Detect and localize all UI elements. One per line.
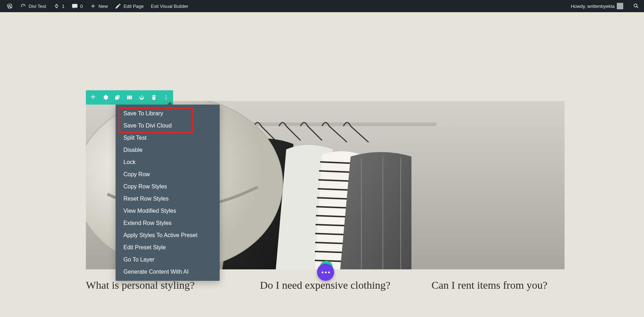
dashboard-icon	[20, 3, 26, 9]
new-label: New	[98, 4, 108, 9]
divi-fab-stack	[317, 263, 334, 280]
site-title-text: Divi Test	[29, 4, 46, 9]
dropdown-item-copy-row-styles[interactable]: Copy Row Styles	[116, 181, 220, 193]
dropdown-item-generate-ai[interactable]: Generate Content With AI	[116, 266, 220, 278]
dropdown-item-disable[interactable]: Disable	[116, 144, 220, 156]
dropdown-item-extend-row-styles[interactable]: Extend Row Styles	[116, 217, 220, 229]
dropdown-item-apply-styles-preset[interactable]: Apply Styles To Active Preset	[116, 229, 220, 241]
site-name-menu[interactable]: Divi Test	[16, 0, 50, 12]
edit-page-menu[interactable]: Edit Page	[111, 0, 147, 12]
comments-menu[interactable]: 0	[68, 0, 86, 12]
column-heading-1: What is personal styling?	[86, 279, 236, 291]
dropdown-item-reset-row-styles[interactable]: Reset Row Styles	[116, 193, 220, 205]
more-vert-icon	[163, 94, 169, 101]
toolbar-columns[interactable]	[125, 92, 135, 102]
admin-bar-right: Howdy, writtenbyekta	[567, 0, 641, 12]
avatar	[617, 3, 623, 9]
plus-icon	[90, 3, 96, 9]
comment-icon	[72, 3, 78, 9]
updates-menu[interactable]: 1	[50, 0, 68, 12]
wp-logo-menu[interactable]	[3, 0, 16, 12]
dropdown-item-lock[interactable]: Lock	[116, 156, 220, 168]
three-columns: What is personal styling? Do I need expe…	[86, 279, 565, 291]
row-more-dropdown: Save To Library Save To Divi Cloud Split…	[116, 105, 220, 281]
toolbar-more[interactable]	[161, 92, 171, 102]
dot-icon	[328, 272, 330, 273]
power-icon	[138, 94, 145, 101]
columns-icon	[126, 94, 133, 101]
dropdown-item-copy-row[interactable]: Copy Row	[116, 168, 220, 181]
exit-vb-label: Exit Visual Builder	[151, 4, 189, 9]
dropdown-item-split-test[interactable]: Split Test	[116, 132, 220, 144]
pencil-icon	[115, 3, 121, 9]
admin-bar-left: Divi Test 1 0 New Edit Page Exit Visual …	[3, 0, 192, 12]
dot-icon	[325, 272, 327, 273]
comments-count: 0	[80, 4, 83, 9]
dropdown-item-go-to-layer[interactable]: Go To Layer	[116, 254, 220, 266]
dropdown-item-view-modified-styles[interactable]: View Modified Styles	[116, 205, 220, 217]
exit-visual-builder[interactable]: Exit Visual Builder	[147, 0, 192, 12]
updates-count: 1	[62, 4, 64, 9]
row-toolbar	[86, 90, 173, 105]
column-heading-3: Can I rent items from you?	[414, 279, 565, 291]
dropdown-item-edit-preset-style[interactable]: Edit Preset Style	[116, 241, 220, 254]
wp-admin-bar: Divi Test 1 0 New Edit Page Exit Visual …	[0, 0, 644, 12]
move-icon	[90, 94, 96, 101]
svg-point-19	[166, 99, 167, 100]
admin-search[interactable]	[631, 0, 641, 12]
gear-icon	[102, 94, 108, 101]
svg-point-17	[166, 95, 167, 96]
column-heading-2: Do I need expensive clothing?	[250, 279, 400, 291]
dropdown-item-save-to-divi-cloud[interactable]: Save To Divi Cloud	[116, 120, 220, 132]
toolbar-settings[interactable]	[100, 92, 110, 102]
divi-fab[interactable]	[317, 264, 334, 281]
trash-icon	[151, 94, 157, 101]
toolbar-delete[interactable]	[149, 92, 159, 102]
toolbar-duplicate[interactable]	[112, 92, 122, 102]
updates-icon	[53, 3, 60, 9]
svg-point-18	[166, 97, 167, 98]
wordpress-icon	[6, 3, 13, 9]
toolbar-power[interactable]	[137, 92, 147, 102]
edit-page-label: Edit Page	[123, 4, 143, 9]
new-menu[interactable]: New	[86, 0, 111, 12]
howdy-menu[interactable]: Howdy, writtenbyekta	[567, 0, 627, 12]
page-canvas: Save To Library Save To Divi Cloud Split…	[0, 12, 644, 317]
dot-icon	[322, 272, 323, 273]
dropdown-item-save-to-library[interactable]: Save To Library	[116, 107, 220, 120]
duplicate-icon	[114, 94, 121, 101]
toolbar-move[interactable]	[88, 92, 98, 102]
howdy-text: Howdy, writtenbyekta	[571, 4, 615, 9]
search-icon	[633, 3, 640, 10]
